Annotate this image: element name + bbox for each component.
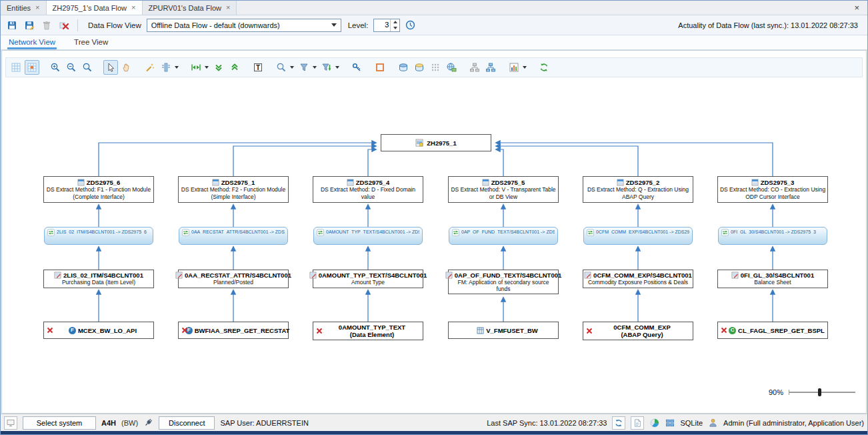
dropdown-arrow-icon[interactable]	[290, 66, 295, 69]
orgchart-gray-icon[interactable]	[467, 60, 482, 75]
level-label: Level:	[348, 21, 369, 29]
tab-tree-view[interactable]: Tree View	[73, 36, 109, 49]
orgchart-blue-icon[interactable]	[483, 60, 498, 75]
sync-refresh-icon[interactable]	[612, 416, 625, 430]
transformation-node[interactable]: 0AMOUNT_TYP_TEXT/S4BCLNT001 -> ZDS2975_4	[313, 227, 423, 245]
layers-icon[interactable]	[396, 60, 411, 75]
layout-direction-icon[interactable]	[159, 60, 173, 75]
red-cross-icon	[47, 327, 53, 334]
dataflow-panel: T	[1, 50, 867, 414]
dropdown-arrow-icon[interactable]	[205, 66, 210, 69]
tab-label: Entities	[7, 4, 31, 12]
expand-down-icon[interactable]	[211, 60, 226, 75]
zoom-reset-icon[interactable]	[80, 60, 95, 75]
layers-alt-icon[interactable]	[412, 60, 427, 75]
tab-close-icon[interactable]: ×	[226, 4, 230, 11]
tab-close-icon[interactable]: ×	[131, 4, 135, 11]
datasource-node[interactable]: ZDS2975_3 DS Extract Method: CO - Extrac…	[717, 176, 828, 203]
search-icon[interactable]	[274, 60, 289, 75]
remove-dataflow-icon[interactable]	[57, 18, 71, 33]
delete-icon[interactable]	[39, 18, 54, 33]
chart-icon[interactable]	[507, 60, 521, 75]
spinner-up-icon[interactable]	[391, 19, 399, 25]
datasource-mapping-icon	[584, 272, 591, 279]
extractor-node[interactable]: FBWFIAA_SREP_GET_RECSTAT	[178, 322, 289, 339]
dropdown-arrow-icon[interactable]	[335, 66, 341, 69]
root-node-label: ZH2975_1	[427, 139, 456, 147]
toolbar-separator	[77, 19, 78, 31]
source-datasource-node[interactable]: 0AA_RECSTAT_ATTR/S4BCLNT001 Planned/Post…	[178, 270, 289, 288]
save-all-icon[interactable]	[22, 18, 37, 33]
transformation-node[interactable]: 0AA_RECSTAT_ATTR/S4BCLNT001 -> ZDS2975_1	[179, 227, 288, 245]
transformation-node[interactable]: 2LIS_02_ITM/S4BCLNT001 -> ZDS2975_6	[44, 227, 153, 245]
filter-icon[interactable]	[297, 60, 311, 75]
source-datasource-node[interactable]: 0AP_OF_FUND_TEXT/S4BCLNT001 FM: Applicat…	[448, 270, 559, 294]
grid-icon[interactable]	[9, 60, 23, 75]
refresh-icon[interactable]	[537, 60, 551, 75]
datasource-node[interactable]: ZDS2975_2 DS Extract Method: Q - Extract…	[583, 176, 693, 203]
actuality-text: Actuality of Data Flow (last sync.): 13.…	[678, 21, 863, 29]
tab-entities[interactable]: Entities ×	[1, 1, 47, 15]
tab-zh2975-dataflow[interactable]: ZH2975_1's Data Flow ×	[47, 1, 143, 15]
collapse-up-icon[interactable]	[227, 60, 242, 75]
select-system-button[interactable]: Select system	[23, 416, 96, 430]
zoom-slider-handle[interactable]	[818, 388, 821, 396]
zoom-out-icon[interactable]	[64, 60, 79, 75]
tab-network-view[interactable]: Network View	[7, 36, 57, 49]
system-status-icon[interactable]	[4, 416, 17, 430]
datasource-node[interactable]: ZDS2975_5 DS Extract Method: V - Transpa…	[448, 176, 559, 203]
frame-icon[interactable]	[373, 60, 387, 75]
source-datasource-node[interactable]: 2LIS_02_ITM/S4BCLNT001 Purchasing Data (…	[43, 270, 154, 288]
tab-label: ZH2975_1's Data Flow	[53, 4, 127, 12]
document-tabbar: Entities × ZH2975_1's Data Flow × ZPURV0…	[1, 1, 867, 15]
dots-grid-icon[interactable]	[428, 60, 443, 75]
text-tool-icon[interactable]: T	[251, 60, 265, 75]
spinner-down-icon[interactable]	[391, 25, 399, 31]
pointer-icon[interactable]	[103, 60, 118, 75]
report-document-icon[interactable]	[631, 416, 644, 430]
network-diagram[interactable]: ZH2975_1 ZDS2975_6 DS Extract Method: F1…	[2, 77, 866, 413]
user-icon	[708, 418, 718, 428]
dropdown-arrow-icon[interactable]	[175, 66, 180, 69]
save-icon[interactable]	[5, 18, 19, 33]
svg-text:T: T	[256, 64, 260, 71]
zoom-in-icon[interactable]	[48, 60, 63, 75]
transformation-node[interactable]: 0CFM_COMM_EXP/S4BCLNT001 -> ZDS2975_2	[583, 227, 693, 245]
zoom-level-label: 90%	[769, 388, 783, 396]
disconnect-button[interactable]: Disconnect	[159, 416, 215, 430]
tab-zpurv01-dataflow[interactable]: ZPURV01's Data Flow ×	[143, 1, 237, 15]
transformation-icon	[182, 229, 189, 236]
keys-icon[interactable]	[349, 60, 364, 75]
extractor-node[interactable]: 0CFM_COMM_EXP (ABAP Query)	[583, 322, 693, 340]
tab-close-icon[interactable]: ×	[35, 4, 39, 11]
globe-layers-icon[interactable]	[444, 60, 459, 75]
function-module-icon: F	[69, 327, 76, 334]
root-infoprovider-node[interactable]: ZH2975_1	[381, 134, 491, 151]
fit-horizontal-icon[interactable]	[189, 60, 203, 75]
dropdown-arrow-icon[interactable]	[523, 66, 528, 69]
transformation-node[interactable]: 0AP_OF_FUND_TEXT/S4BCLNT001 -> ZDS2975_5	[449, 227, 558, 245]
dataflow-view-select[interactable]: Offline Data Flow - default (downwards)	[147, 19, 341, 32]
db-usage-pie-icon[interactable]	[649, 418, 660, 428]
datasource-node[interactable]: ZDS2975_1 DS Extract Method: F2 - Functi…	[178, 176, 289, 203]
extractor-node[interactable]: CCL_FAGL_SREP_GET_BSPL	[717, 322, 828, 339]
close-icon[interactable]: ×	[846, 1, 867, 15]
source-datasource-node[interactable]: 0CFM_COMM_EXP/S4BCLNT001 Commodity Expos…	[583, 270, 693, 288]
sync-age-icon[interactable]	[403, 18, 417, 33]
filter-apply-icon[interactable]	[319, 60, 334, 75]
source-datasource-node[interactable]: 0FI_GL_30/S4BCLNT001 Balance Sheet	[717, 270, 828, 288]
datasource-node[interactable]: ZDS2975_6 DS Extract Method: F1 - Functi…	[43, 176, 154, 203]
transformation-node[interactable]: 0FI_GL_30/S4BCLNT001 -> ZDS2975_3	[718, 227, 827, 245]
extractor-node[interactable]: 0AMOUNT_TYP_TEXT (Data Element)	[313, 322, 423, 340]
pan-hand-icon[interactable]	[119, 60, 134, 75]
snap-grid-icon[interactable]	[25, 60, 39, 75]
datasource-mapping-icon	[309, 272, 317, 279]
dropdown-arrow-icon[interactable]	[313, 66, 318, 69]
extractor-node[interactable]: FMCEX_BW_LO_API	[43, 322, 154, 339]
extractor-node[interactable]: V_FMFUSET_BW	[448, 322, 559, 339]
datasource-node[interactable]: ZDS2975_4 DS Extract Method: D - Fixed D…	[313, 176, 423, 203]
zoom-slider[interactable]	[789, 392, 855, 393]
source-datasource-node[interactable]: 0AMOUNT_TYP_TEXT/S4BCLNT001 Amount Type	[313, 270, 423, 288]
auto-layout-wand-icon[interactable]	[143, 60, 157, 75]
level-spinner[interactable]: 3	[373, 19, 400, 32]
